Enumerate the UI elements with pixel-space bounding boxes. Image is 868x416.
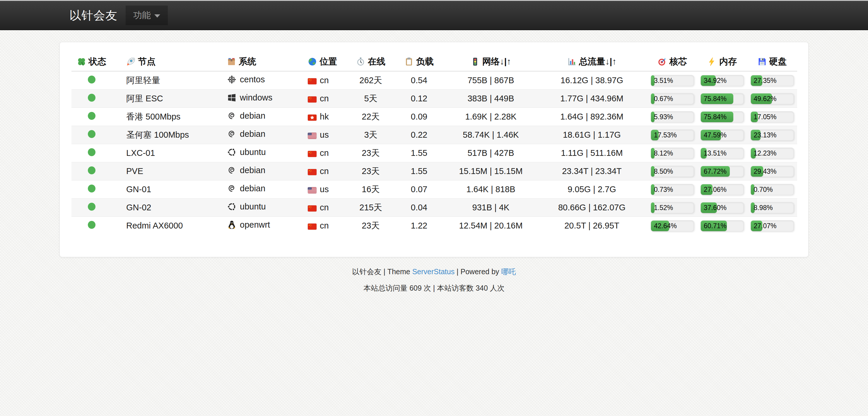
cell-cpu: 42.64% <box>648 217 697 235</box>
cell-location: cn <box>302 217 349 235</box>
server-row[interactable]: LXC-01ubuntucn23天1.55517B | 427B1.11G | … <box>71 144 797 162</box>
clipboard-icon <box>404 57 413 68</box>
disk-progress-bar: 0.70% <box>750 184 794 195</box>
rocket-icon <box>126 57 135 68</box>
cell-location: us <box>302 126 349 144</box>
cn-flag-icon <box>308 169 316 175</box>
ubuntu-logo-icon <box>227 202 237 214</box>
package-icon <box>227 57 236 68</box>
theme-link[interactable]: ServerStatus <box>412 267 455 276</box>
cell-location: hk <box>302 108 349 126</box>
features-dropdown[interactable]: 功能 <box>126 6 168 25</box>
cell-location: cn <box>302 144 349 162</box>
debian-logo-icon <box>227 166 237 177</box>
os-name: debian <box>240 184 265 193</box>
disk-percent-label: 49.62% <box>754 93 777 104</box>
cell-load: 0.12 <box>393 90 445 108</box>
ram-percent-label: 75.84% <box>704 112 726 122</box>
location-code: cn <box>320 221 329 230</box>
visit-stats: 本站总访问量 609 次 | 本站访客数 340 人次 <box>0 283 868 293</box>
server-row[interactable]: 阿里 ESCwindowscn5天0.12383B | 449B1.77G | … <box>71 90 797 108</box>
cell-status <box>71 71 112 90</box>
disk-progress-bar: 17.05% <box>750 111 794 122</box>
cell-name: Redmi AX6000 <box>112 217 220 235</box>
cell-traffic: 1.11G | 511.16M <box>536 144 648 162</box>
footer: 以针会友 | Theme ServerStatus | Powered by 哪… <box>0 267 868 293</box>
cell-traffic: 23.34T | 23.34T <box>536 162 648 180</box>
name-value: LXC-01 <box>126 148 155 158</box>
cell-uptime: 5天 <box>349 90 393 108</box>
ram-percent-label: 75.84% <box>704 93 726 104</box>
cell-ram: 67.72% <box>697 162 747 180</box>
column-label: 负载 <box>416 57 434 66</box>
cell-load: 0.07 <box>393 180 445 199</box>
cn-flag-icon <box>308 151 316 157</box>
disk-progress-bar: 23.13% <box>750 129 794 141</box>
server-row[interactable]: 圣何塞 100Mbpsdebianus3天0.2258.74K | 1.46K1… <box>71 126 797 144</box>
ram-progress-bar: 67.72% <box>701 166 744 177</box>
cell-traffic: 18.61G | 1.17G <box>536 126 648 144</box>
powered-by-link[interactable]: 哪吒 <box>501 267 516 276</box>
cell-ram: 27.06% <box>697 180 747 199</box>
uptime-value: 23天 <box>362 221 379 230</box>
status-online-dot <box>88 76 95 84</box>
cn-flag-icon <box>308 224 316 230</box>
cell-cpu: 0.67% <box>648 90 697 108</box>
load-value: 0.04 <box>411 203 427 212</box>
ram-progress-bar: 34.92% <box>701 75 744 86</box>
caret-down-icon <box>154 14 160 18</box>
server-row[interactable]: 香港 500Mbpsdebianhk22天0.091.69K | 2.28K1.… <box>71 108 797 126</box>
server-row[interactable]: 阿里轻量centoscn262天0.54755B | 867B16.12G | … <box>71 71 797 90</box>
cpu-progress-bar: 42.64% <box>651 220 694 232</box>
cell-load: 1.55 <box>393 162 445 180</box>
cell-name: 阿里轻量 <box>112 71 220 90</box>
cell-name: GN-01 <box>112 180 220 199</box>
cell-disk: 27.07% <box>747 217 797 235</box>
disk-percent-label: 27.07% <box>754 220 777 232</box>
cell-load: 0.54 <box>393 71 445 90</box>
cpu-progress-bar: 3.51% <box>651 75 694 86</box>
load-value: 1.22 <box>411 221 427 230</box>
cell-uptime: 23天 <box>349 162 393 180</box>
status-online-dot <box>88 130 95 138</box>
cell-location: cn <box>302 162 349 180</box>
cell-disk: 12.23% <box>747 144 797 162</box>
cell-cpu: 3.51% <box>648 71 697 90</box>
traffic-value: 1.77G | 434.96M <box>560 94 623 103</box>
cell-os: centos <box>220 71 302 90</box>
cell-cpu: 8.50% <box>648 162 697 180</box>
uptime-value: 262天 <box>359 76 382 85</box>
server-row[interactable]: GN-01debianus16天0.071.64K | 818B9.05G | … <box>71 180 797 199</box>
table-body: 阿里轻量centoscn262天0.54755B | 867B16.12G | … <box>71 71 797 235</box>
footer-credits: 以针会友 | Theme ServerStatus | Powered by 哪… <box>0 267 868 276</box>
name-value: 圣何塞 100Mbps <box>126 130 189 140</box>
footer-powered-text: | Powered by <box>455 267 501 276</box>
column-header-cpu: 核芯 <box>648 53 697 71</box>
ram-percent-label: 37.60% <box>704 202 726 213</box>
status-online-dot <box>88 148 95 156</box>
cell-traffic: 80.66G | 162.07G <box>536 199 648 217</box>
cell-network: 1.64K | 818B <box>445 180 536 199</box>
brand-link[interactable]: 以针会友 <box>69 7 118 24</box>
cpu-percent-label: 8.50% <box>654 166 673 177</box>
location-code: cn <box>320 203 329 212</box>
cell-cpu: 8.12% <box>648 144 697 162</box>
load-value: 0.09 <box>411 112 427 121</box>
disk-percent-label: 27.35% <box>754 75 777 86</box>
server-row[interactable]: PVEdebiancn23天1.5515.15M | 15.15M23.34T … <box>71 162 797 180</box>
hk-flag-icon <box>308 115 316 121</box>
column-label: 内存 <box>719 57 737 66</box>
server-row[interactable]: GN-02ubuntucn215天0.04931B | 4K80.66G | 1… <box>71 199 797 217</box>
column-header-uptime: 在线 <box>349 53 393 71</box>
ram-progress-bar: 60.71% <box>701 220 744 232</box>
ram-percent-label: 60.71% <box>704 220 726 232</box>
server-row[interactable]: Redmi AX6000openwrtcn23天1.2212.54M | 20.… <box>71 217 797 235</box>
os-name: centos <box>240 75 265 84</box>
cell-load: 0.09 <box>393 108 445 126</box>
cell-load: 0.22 <box>393 126 445 144</box>
cell-disk: 0.70% <box>747 180 797 199</box>
column-label: 节点 <box>138 57 155 66</box>
footer-site-name: 以针会友 | Theme <box>352 267 412 276</box>
os-name: debian <box>240 166 265 175</box>
cpu-progress-bar: 1.52% <box>651 202 694 213</box>
